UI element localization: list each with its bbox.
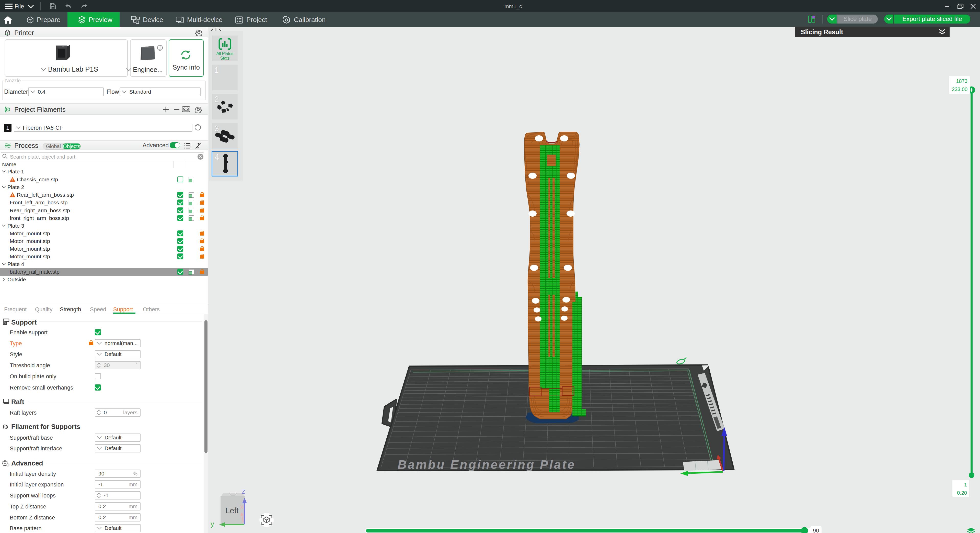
svg-text:Bambu Engineering Plate: Bambu Engineering Plate: [398, 458, 576, 471]
svg-text:x: x: [240, 503, 243, 511]
svg-text:Left: Left: [225, 506, 239, 515]
svg-text:z: z: [242, 487, 245, 495]
svg-text:y: y: [210, 520, 214, 528]
